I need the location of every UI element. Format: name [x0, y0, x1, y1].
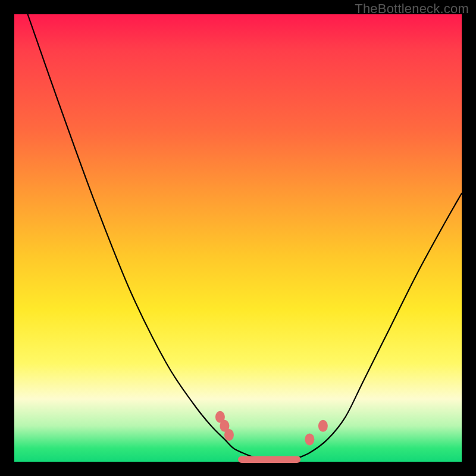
right-dot-2	[318, 420, 328, 432]
left-dot-3	[224, 429, 234, 441]
bottom-band	[238, 456, 300, 463]
curve-overlay	[14, 14, 462, 462]
left-curve-path	[28, 14, 292, 461]
plot-area	[14, 14, 462, 462]
right-curve-path	[292, 193, 462, 461]
right-dot-1	[305, 433, 314, 445]
outer-frame: TheBottleneck.com	[0, 0, 476, 476]
marker-group	[215, 411, 328, 446]
